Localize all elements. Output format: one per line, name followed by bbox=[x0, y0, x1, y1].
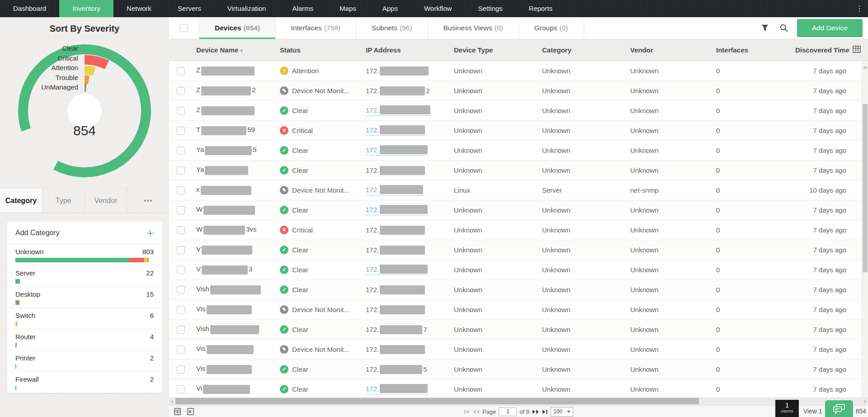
nav-item-settings[interactable]: Settings bbox=[465, 0, 515, 17]
ip-address-link[interactable]: 172. bbox=[366, 384, 429, 394]
nav-item-inventory[interactable]: Inventory bbox=[59, 0, 113, 17]
scroll-left-icon[interactable]: ‹ bbox=[170, 397, 175, 405]
nav-item-maps[interactable]: Maps bbox=[326, 0, 369, 17]
row-checkbox[interactable] bbox=[177, 206, 185, 214]
column-chooser-icon[interactable] bbox=[853, 46, 861, 54]
nav-item-servers[interactable]: Servers bbox=[165, 0, 214, 17]
table-row[interactable]: Vis✎Device Not Monit...172.UnknownUnknow… bbox=[169, 340, 868, 360]
nav-item-reports[interactable]: Reports bbox=[516, 0, 566, 17]
table-row[interactable]: Z!Attention172.UnknownUnknownUnknown07 d… bbox=[169, 61, 868, 81]
table-row[interactable]: T59✕Critical172.UnknownUnknownUnknown07 … bbox=[169, 121, 868, 141]
sidebar-tab-more[interactable]: ••• bbox=[127, 189, 169, 213]
tab-devices[interactable]: Devices(854) bbox=[199, 17, 275, 39]
row-checkbox[interactable] bbox=[177, 226, 185, 234]
scroll-up-icon[interactable] bbox=[862, 63, 868, 71]
table-row[interactable]: Z2✎Device Not Monit...172.2UnknownUnknow… bbox=[169, 81, 868, 101]
category-row-switch[interactable]: Switch6 bbox=[7, 308, 162, 329]
column-header-interfaces[interactable]: Interfaces bbox=[716, 46, 795, 54]
row-checkbox[interactable] bbox=[177, 346, 185, 354]
page-number-input[interactable] bbox=[499, 408, 517, 416]
ip-address-link[interactable]: 172. bbox=[366, 205, 429, 215]
ip-address-link[interactable]: 172. bbox=[366, 125, 426, 136]
nav-item-dashboard[interactable]: Dashboard bbox=[0, 0, 59, 17]
table-row[interactable]: Vish✓Clear172.7UnknownUnknownUnknown07 d… bbox=[169, 320, 868, 340]
table-row[interactable]: Vis✓Clear172.5UnknownUnknownUnknown07 da… bbox=[169, 360, 868, 379]
sidebar-tab-category[interactable]: Category bbox=[0, 189, 42, 213]
table-row[interactable]: Ya✓Clear172.UnknownUnknownUnknown07 days… bbox=[169, 161, 868, 180]
ip-address-link[interactable]: 172. bbox=[366, 145, 429, 156]
nav-item-alarms[interactable]: Alarms bbox=[279, 0, 326, 17]
column-header-device-name[interactable]: Device Name▾ bbox=[196, 46, 280, 54]
table-row[interactable]: Vish✓Clear172.UnknownUnknownUnknown07 da… bbox=[169, 280, 868, 300]
row-checkbox[interactable] bbox=[177, 266, 185, 274]
table-row[interactable]: V3✓Clear172.UnknownUnknownUnknown07 days… bbox=[169, 260, 868, 280]
row-checkbox[interactable] bbox=[177, 385, 185, 393]
row-checkbox[interactable] bbox=[177, 365, 185, 374]
table-row[interactable]: x✎Device Not Monit...172.LinuxServernet-… bbox=[169, 180, 868, 200]
table-row[interactable]: Z✓Clear172.UnknownUnknownUnknown07 days … bbox=[169, 101, 868, 121]
column-header-device-type[interactable]: Device Type bbox=[454, 46, 542, 54]
category-row-printer[interactable]: Printer2 bbox=[7, 351, 162, 372]
category-row-unknown[interactable]: Unknown803 bbox=[7, 244, 162, 265]
column-header-status[interactable]: Status bbox=[280, 46, 366, 54]
summary-grid-icon[interactable] bbox=[173, 407, 182, 416]
tab-count: (0) bbox=[495, 24, 503, 32]
nav-item-virtualization[interactable]: Virtualization bbox=[214, 0, 279, 17]
row-checkbox[interactable] bbox=[177, 107, 185, 115]
ip-address-link[interactable]: 172. bbox=[366, 265, 429, 275]
column-header-category[interactable]: Category bbox=[542, 46, 630, 54]
add-category-button[interactable]: Add Category + bbox=[7, 222, 162, 244]
nav-item-network[interactable]: Network bbox=[113, 0, 165, 17]
category-row-firewall[interactable]: Firewall2 bbox=[7, 372, 162, 393]
export-excel-icon[interactable] bbox=[185, 407, 194, 416]
add-device-button[interactable]: Add Device bbox=[797, 19, 863, 37]
tab-subnets[interactable]: Subnets(96) bbox=[356, 17, 427, 39]
category-row-router[interactable]: Router4 bbox=[7, 329, 162, 351]
column-header-ip-address[interactable]: IP Address bbox=[366, 46, 454, 54]
tab-groups[interactable]: Groups(0) bbox=[519, 17, 584, 39]
row-checkbox[interactable] bbox=[177, 286, 185, 294]
table-row[interactable]: V✓Clear172.UnknownUnknownUnknown07 days … bbox=[169, 240, 868, 260]
redacted-ip bbox=[380, 345, 425, 354]
row-checkbox[interactable] bbox=[177, 326, 185, 334]
row-checkbox[interactable] bbox=[177, 186, 185, 194]
category-row-desktop[interactable]: Desktop15 bbox=[7, 287, 162, 308]
filter-icon[interactable] bbox=[759, 22, 771, 34]
sidebar-tab-vendor[interactable]: Vendor bbox=[85, 189, 127, 213]
table-row[interactable]: Vis✎Device Not Monit...172.UnknownUnknow… bbox=[169, 300, 868, 320]
table-row[interactable]: W✓Clear172.UnknownUnknownUnknown07 days … bbox=[169, 200, 868, 220]
ip-address-link[interactable]: 172. bbox=[366, 105, 431, 116]
nav-item-apps[interactable]: Apps bbox=[369, 0, 411, 17]
horizontal-scroll-thumb[interactable] bbox=[175, 398, 699, 404]
table-row[interactable]: Ya5✓Clear172.UnknownUnknownUnknown07 day… bbox=[169, 141, 868, 161]
row-checkbox[interactable] bbox=[177, 246, 185, 254]
row-checkbox[interactable] bbox=[177, 127, 185, 135]
table-row[interactable]: Vi✓Clear172.UnknownUnknownUnknown07 days… bbox=[169, 379, 868, 397]
page-size-select[interactable]: 100 bbox=[551, 407, 573, 417]
vertical-scrollbar[interactable] bbox=[862, 61, 868, 397]
horizontal-scrollbar[interactable]: ‹ › bbox=[169, 397, 868, 405]
tab-interfaces[interactable]: Interfaces(758) bbox=[275, 17, 356, 39]
row-checkbox[interactable] bbox=[177, 147, 185, 155]
row-checkbox[interactable] bbox=[177, 166, 185, 175]
row-checkbox[interactable] bbox=[177, 87, 185, 95]
kebab-menu-icon[interactable]: ⋮ bbox=[854, 0, 864, 17]
select-all-checkbox[interactable] bbox=[180, 24, 188, 32]
row-checkbox[interactable] bbox=[177, 306, 185, 314]
sidebar-tab-type[interactable]: Type bbox=[42, 189, 85, 213]
column-header-vendor[interactable]: Vendor bbox=[630, 46, 716, 54]
category-row-server[interactable]: Server22 bbox=[7, 265, 162, 287]
table-row[interactable]: W3vs✕Critical172.UnknownUnknownUnknown07… bbox=[169, 220, 868, 240]
first-page-button[interactable] bbox=[464, 409, 470, 414]
ip-address-link[interactable]: 172. bbox=[366, 185, 424, 195]
nav-item-workflow[interactable]: Workflow bbox=[411, 0, 465, 17]
prev-page-button[interactable] bbox=[472, 409, 480, 414]
tab-business-views[interactable]: Business Views(0) bbox=[428, 17, 519, 39]
next-page-button[interactable] bbox=[532, 409, 539, 414]
last-page-button[interactable] bbox=[542, 409, 548, 414]
search-icon[interactable] bbox=[778, 22, 790, 34]
alarms-badge[interactable]: 1 Alarms bbox=[775, 400, 799, 417]
vertical-scroll-thumb[interactable] bbox=[863, 104, 868, 272]
row-checkbox[interactable] bbox=[177, 67, 185, 75]
chat-widget-button[interactable] bbox=[825, 400, 853, 417]
